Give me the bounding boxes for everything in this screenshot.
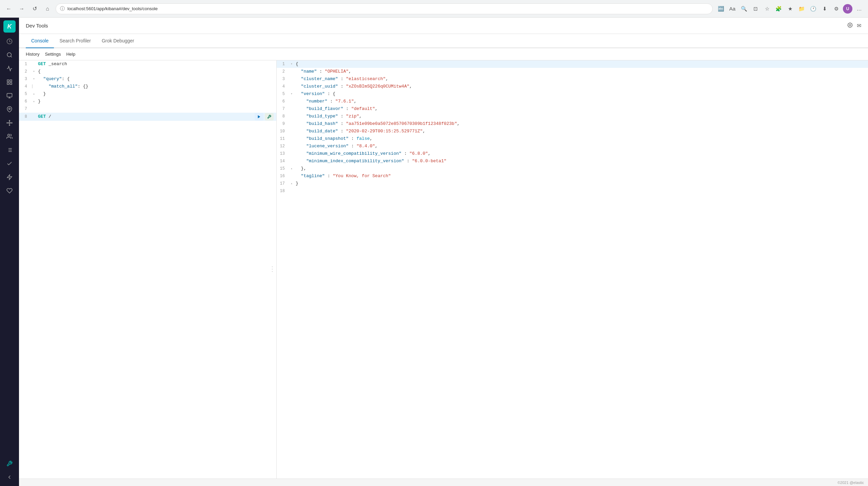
output-line-18: 18	[277, 187, 868, 195]
out-fold-5: ▾	[289, 91, 294, 97]
out-content-16: "tagline" : "You Know, for Search"	[294, 173, 868, 180]
header-icons: ✉	[847, 22, 861, 29]
out-content-5: "version" : {	[294, 91, 868, 97]
more-icon[interactable]: …	[854, 4, 864, 14]
settings-button[interactable]: Settings	[45, 50, 61, 58]
extensions-icon[interactable]: 🧩	[774, 4, 783, 14]
output-line-1: 1 ▾ {	[277, 60, 868, 68]
star-icon[interactable]: ☆	[762, 4, 772, 14]
history-button[interactable]: History	[26, 50, 39, 58]
line-content-6: }	[37, 98, 276, 105]
sidebar-item-monitoring[interactable]	[3, 185, 16, 197]
editor-area: 1 GET _search 2 ▾ { 3 ▾ "query": {	[19, 60, 868, 479]
sidebar-item-users[interactable]	[3, 130, 16, 143]
run-button[interactable]	[255, 113, 263, 120]
browser-chrome: ← → ↺ ⌂ ⓘ localhost:5601/app/kibana#/dev…	[0, 0, 868, 18]
favorites-icon[interactable]: ★	[785, 4, 795, 14]
svg-point-11	[9, 122, 11, 124]
out-content-13: "minimum_wire_compatibility_version" : "…	[294, 150, 868, 157]
sidebar-item-uptime[interactable]	[3, 157, 16, 170]
browser-avatar[interactable]: U	[843, 4, 852, 14]
out-fold-1: ▾	[289, 61, 294, 68]
line-content-3: "query": {	[37, 76, 276, 82]
sidebar-logo[interactable]: K	[3, 20, 16, 33]
output-line-7: 7 "build_flavor" : "default",	[277, 105, 868, 113]
svg-marker-29	[258, 115, 260, 118]
sidebar-item-dashboard[interactable]	[3, 76, 16, 88]
sidebar-item-discover[interactable]	[3, 49, 16, 61]
refresh-button[interactable]: ↺	[30, 4, 39, 14]
sidebar-item-time[interactable]	[3, 35, 16, 48]
sidebar-item-logs[interactable]	[3, 144, 16, 156]
wrench-button[interactable]	[265, 113, 274, 120]
line-num-8: 8	[19, 113, 31, 120]
output-line-16: 16 "tagline" : "You Know, for Search"	[277, 172, 868, 180]
status-bar: ©2021 @elastic	[19, 479, 868, 486]
line-num-5: 5	[19, 91, 31, 97]
collections-icon[interactable]: 📁	[797, 4, 806, 14]
sidebar-item-collapse[interactable]	[3, 471, 16, 483]
out-content-8: "build_type" : "zip",	[294, 113, 868, 120]
out-content-10: "build_date" : "2020-02-29T00:15:25.5297…	[294, 128, 868, 135]
app-title: Dev Tools	[26, 23, 48, 29]
line-fold-2: ▾	[31, 68, 37, 75]
tab-bar: Console Search Profiler Grok Debugger	[19, 34, 868, 48]
out-num-14: 14	[277, 158, 289, 165]
svg-point-1	[7, 53, 11, 57]
line-content-4: "match_all": {}	[37, 83, 276, 90]
line-content-2: {	[37, 68, 276, 75]
forward-button[interactable]: →	[17, 4, 26, 14]
history-icon[interactable]: 🕐	[808, 4, 818, 14]
tab-console[interactable]: Console	[26, 34, 54, 48]
svg-rect-6	[7, 83, 9, 85]
line-num-2: 2	[19, 68, 31, 75]
input-line-2: 2 ▾ {	[19, 68, 276, 75]
input-panel[interactable]: 1 GET _search 2 ▾ { 3 ▾ "query": {	[19, 60, 277, 479]
tab-grok-debugger[interactable]: Grok Debugger	[96, 34, 140, 48]
out-num-8: 8	[277, 113, 289, 120]
svg-point-10	[9, 108, 11, 110]
sidebar-item-ml[interactable]	[3, 117, 16, 129]
status-text: ©2021 @elastic	[837, 481, 864, 485]
out-num-6: 6	[277, 98, 289, 105]
help-button[interactable]: Help	[66, 50, 75, 58]
back-button[interactable]: ←	[4, 4, 14, 14]
svg-point-13	[9, 125, 10, 126]
out-content-3: "cluster_name" : "elasticsearch",	[294, 76, 868, 82]
sidebar-item-maps[interactable]	[3, 103, 16, 115]
app-header: Dev Tools ✉	[19, 18, 868, 34]
address-bar[interactable]: ⓘ localhost:5601/app/kibana#/dev_tools/c…	[56, 3, 713, 14]
out-num-9: 9	[277, 120, 289, 127]
line-content-8: GET /	[37, 113, 255, 120]
browser-settings-icon[interactable]: ⚙	[831, 4, 841, 14]
sidebar-item-visualize[interactable]	[3, 62, 16, 75]
output-line-17: 17 ▴ }	[277, 180, 868, 187]
output-panel[interactable]: 1 ▾ { 2 "name" : "OPHELIA", 3 "cluster_n…	[277, 60, 868, 479]
main-content: Dev Tools ✉ Console Search Profiler Grok…	[19, 18, 868, 486]
sidebar-item-dev-tools[interactable]	[3, 457, 16, 470]
input-line-7: 7	[19, 105, 276, 113]
input-line-6: 6 ▴ }	[19, 98, 276, 105]
svg-rect-4	[10, 80, 12, 81]
out-content-15: },	[294, 165, 868, 172]
search-icon[interactable]: 🔍	[739, 4, 749, 14]
translate-icon[interactable]: 🔤	[716, 4, 726, 14]
notification-icon[interactable]: ✉	[857, 22, 861, 29]
output-line-11: 11 "build_snapshot" : false,	[277, 135, 868, 143]
line-fold-3: ▾	[31, 76, 37, 82]
settings-icon[interactable]	[847, 22, 853, 29]
split-view-icon[interactable]: ⊡	[751, 4, 760, 14]
tab-search-profiler[interactable]: Search Profiler	[54, 34, 96, 48]
out-num-5: 5	[277, 91, 289, 97]
downloads-icon[interactable]: ⬇	[820, 4, 829, 14]
out-fold-17: ▴	[289, 180, 294, 187]
app-container: K	[0, 18, 868, 486]
sidebar-item-canvas[interactable]	[3, 90, 16, 102]
line-num-6: 6	[19, 98, 31, 105]
reader-icon[interactable]: Aa	[728, 4, 737, 14]
url-text: localhost:5601/app/kibana#/dev_tools/con…	[67, 6, 158, 11]
sidebar-item-apm[interactable]	[3, 171, 16, 183]
panel-resize-handle[interactable]: ⋮	[268, 266, 276, 273]
out-content-11: "build_snapshot" : false,	[294, 135, 868, 142]
home-button[interactable]: ⌂	[43, 4, 52, 14]
